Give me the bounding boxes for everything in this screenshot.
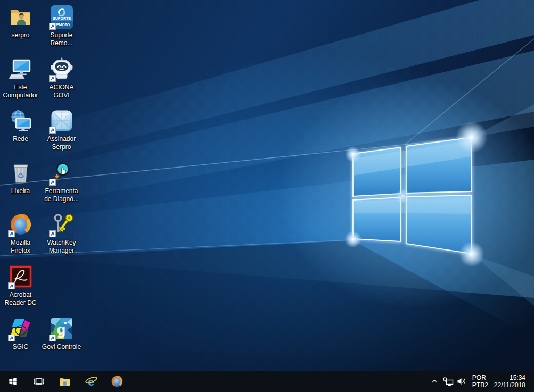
desktop-icon-aciona-govi[interactable]: ACIONA GOVI bbox=[41, 55, 82, 99]
keyboard-layout-code: PTB2 bbox=[472, 381, 488, 389]
windows-desktop-screen: serproSUPORTEREMOTOSuporte Remo...Este C… bbox=[0, 0, 534, 392]
desktop-icon-label: serpro bbox=[11, 31, 29, 39]
recycle-bin-icon: ♻ bbox=[8, 160, 34, 186]
tray-network-status[interactable] bbox=[441, 371, 455, 392]
shortcut-arrow-icon bbox=[8, 230, 15, 237]
file-explorer-icon bbox=[58, 374, 72, 388]
shortcut-arrow-icon bbox=[8, 335, 15, 341]
desktop-icon-label: Este Computador bbox=[3, 84, 38, 99]
desktop-icon-sgic[interactable]: SGIC bbox=[0, 315, 41, 351]
tray-icons bbox=[428, 371, 469, 392]
shortcut-arrow-icon bbox=[49, 230, 56, 237]
shortcut-arrow-icon bbox=[49, 75, 56, 82]
taskbar-clock[interactable]: 15:34 22/11/2018 bbox=[492, 374, 530, 389]
taskbar-firefox-button[interactable] bbox=[104, 371, 130, 392]
shortcut-arrow-icon bbox=[49, 127, 56, 134]
desktop-icon-label: WatchKey Manager bbox=[47, 239, 76, 255]
network-ethernet-icon bbox=[443, 377, 454, 386]
chevron-up-icon bbox=[431, 378, 438, 385]
faceted-tile-icon bbox=[49, 108, 75, 134]
internet-explorer-icon: e bbox=[84, 374, 98, 388]
desktop-icon-grid: serproSUPORTEREMOTOSuporte Remo...Este C… bbox=[0, 0, 534, 371]
svg-text:♻: ♻ bbox=[17, 171, 24, 180]
taskbar-task-view-button[interactable] bbox=[26, 371, 52, 392]
robot-icon bbox=[49, 56, 75, 82]
shortcut-arrow-icon bbox=[8, 282, 15, 289]
taskbar-internet-explorer-button[interactable]: e bbox=[78, 371, 104, 392]
desktop-icon-label: Suporte Remo... bbox=[50, 31, 72, 47]
svg-text:REMOTO: REMOTO bbox=[53, 23, 70, 27]
desktop[interactable]: serproSUPORTEREMOTOSuporte Remo...Este C… bbox=[0, 0, 534, 371]
svg-text:SUPORTE: SUPORTE bbox=[53, 16, 71, 20]
desktop-icon-suporte-remoto[interactable]: SUPORTEREMOTOSuporte Remo... bbox=[41, 3, 82, 47]
svg-text:g: g bbox=[56, 322, 65, 338]
tray-hidden-icons[interactable] bbox=[428, 371, 441, 392]
desktop-icon-acrobat-reader-dc[interactable]: Acrobat Reader DC bbox=[0, 263, 41, 307]
desktop-icon-rede[interactable]: Rede bbox=[0, 107, 41, 143]
cmyk-shapes-icon bbox=[8, 316, 34, 341]
desktop-icon-label: Ferramenta de Diagnó... bbox=[44, 187, 79, 203]
keys-icon bbox=[49, 212, 75, 237]
desktop-icon-label: ACIONA GOVI bbox=[49, 84, 73, 99]
desktop-icon-label: Rede bbox=[13, 135, 28, 143]
magnifier-hand-icon bbox=[49, 160, 75, 186]
desktop-icon-label: Acrobat Reader DC bbox=[4, 291, 36, 307]
language-code: POR bbox=[472, 374, 488, 381]
tray-volume[interactable] bbox=[455, 371, 469, 392]
desktop-icon-label: Assinador Serpro bbox=[47, 135, 76, 151]
network-pc-icon bbox=[8, 108, 34, 134]
taskbar-file-explorer-button[interactable] bbox=[52, 371, 78, 392]
govi-tile-icon: g bbox=[49, 316, 75, 341]
desktop-icon-mozilla-firefox[interactable]: Mozilla Firefox bbox=[0, 211, 41, 255]
shortcut-arrow-icon bbox=[49, 179, 56, 186]
folder-user-icon bbox=[8, 4, 34, 30]
this-pc-icon bbox=[8, 56, 34, 82]
desktop-icon-lixeira[interactable]: ♻Lixeira bbox=[0, 159, 41, 195]
language-indicator[interactable]: POR PTB2 bbox=[469, 374, 492, 389]
start-icon bbox=[7, 376, 18, 387]
desktop-icon-este-computador[interactable]: Este Computador bbox=[0, 55, 41, 99]
acrobat-icon bbox=[8, 264, 34, 289]
desktop-icon-label: Govi Controle bbox=[42, 343, 81, 351]
desktop-icon-label: Mozilla Firefox bbox=[11, 239, 30, 255]
system-tray: POR PTB2 15:34 22/11/2018 bbox=[428, 371, 534, 392]
taskbar-start-button[interactable] bbox=[0, 371, 26, 392]
desktop-icon-label: SGIC bbox=[13, 343, 28, 351]
firefox-logo-icon bbox=[110, 374, 124, 388]
firefox-icon bbox=[8, 212, 34, 237]
desktop-icon-govi-controle[interactable]: gGovi Controle bbox=[41, 315, 82, 351]
desktop-icon-serpro[interactable]: serpro bbox=[0, 3, 41, 39]
shortcut-arrow-icon bbox=[49, 335, 56, 341]
desktop-icon-label: Lixeira bbox=[11, 187, 30, 195]
clock-time: 15:34 bbox=[494, 374, 525, 381]
suporte-tile-icon: SUPORTEREMOTO bbox=[49, 4, 75, 30]
desktop-icon-ferramenta-diagnostico[interactable]: Ferramenta de Diagnó... bbox=[41, 159, 82, 203]
shortcut-arrow-icon bbox=[49, 23, 56, 30]
clock-date: 22/11/2018 bbox=[494, 381, 525, 389]
taskbar: e POR PTB2 15:34 22/11/2018 bbox=[0, 371, 534, 392]
desktop-icon-watchkey-manager[interactable]: WatchKey Manager bbox=[41, 211, 82, 255]
task-view-icon bbox=[32, 375, 45, 388]
taskbar-quick-launch: e bbox=[0, 371, 130, 392]
speaker-icon bbox=[457, 377, 467, 386]
desktop-icon-assinador-serpro[interactable]: Assinador Serpro bbox=[41, 107, 82, 151]
show-desktop-button[interactable] bbox=[530, 371, 532, 392]
